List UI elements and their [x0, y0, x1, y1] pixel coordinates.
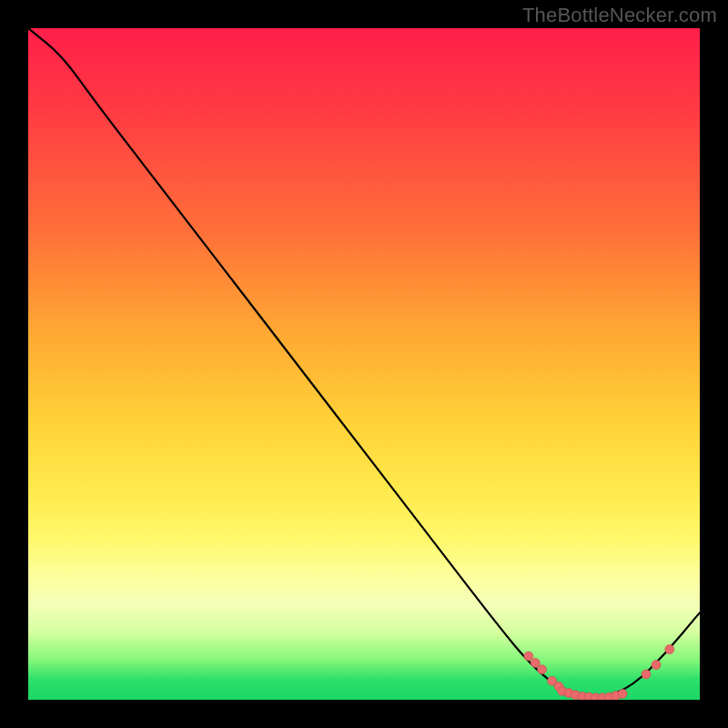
curve-marker — [531, 658, 540, 667]
curve-marker — [538, 665, 547, 674]
curve-svg — [28, 28, 700, 700]
curve-markers — [524, 645, 674, 700]
curve-marker — [642, 670, 651, 679]
bottleneck-curve — [28, 28, 700, 698]
chart-frame: TheBottleNecker.com — [0, 0, 728, 728]
curve-marker — [618, 689, 627, 698]
curve-marker — [652, 661, 661, 670]
curve-marker — [665, 645, 674, 654]
plot-area — [28, 28, 700, 700]
curve-marker — [524, 652, 533, 661]
watermark-text: TheBottleNecker.com — [522, 4, 717, 27]
